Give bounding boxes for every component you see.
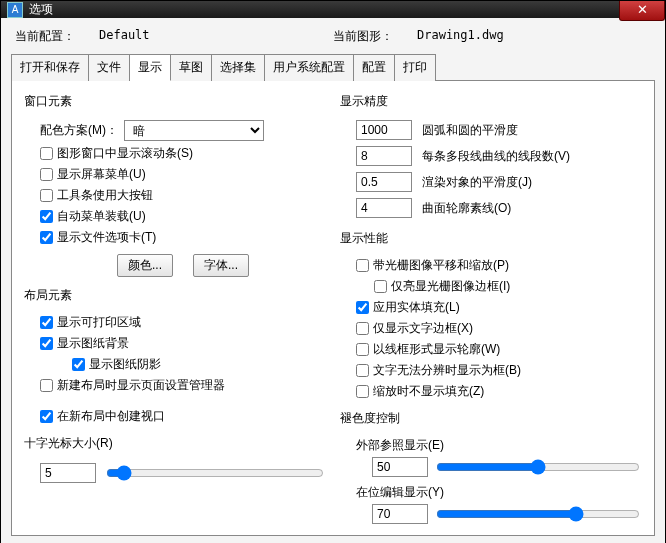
group-precision: 显示精度 <box>340 93 642 110</box>
surface-contour-input[interactable] <box>356 198 412 218</box>
arc-smooth-label: 圆弧和圆的平滑度 <box>422 122 642 139</box>
inplace-fade-slider[interactable] <box>436 505 640 523</box>
chk-scrollbar-label: 图形窗口中显示滚动条(S) <box>57 145 193 162</box>
chk-paper-shadow-label: 显示图纸阴影 <box>89 356 161 373</box>
inplace-fade-label: 在位编辑显示(Y) <box>356 484 642 501</box>
chk-wire-sil[interactable] <box>356 343 369 356</box>
crosshair-slider[interactable] <box>106 464 324 482</box>
chk-raster-pan-label: 带光栅图像平移和缩放(P) <box>373 257 509 274</box>
close-icon[interactable]: ✕ <box>619 1 665 21</box>
chk-show-tabs[interactable] <box>40 231 53 244</box>
current-config-label: 当前配置： <box>15 28 75 45</box>
chk-text-illegible[interactable] <box>356 364 369 377</box>
render-smooth-label: 渲染对象的平滑度(J) <box>422 174 642 191</box>
chk-screen-menu-label: 显示屏幕菜单(U) <box>57 166 146 183</box>
chk-new-layout-mgr[interactable] <box>40 379 53 392</box>
window-title: 选项 <box>29 1 53 18</box>
chk-screen-menu[interactable] <box>40 168 53 181</box>
current-config-value: Default <box>99 28 150 45</box>
chk-auto-menu-label: 自动菜单装载(U) <box>57 208 146 225</box>
tab-user-config[interactable]: 用户系统配置 <box>265 54 354 81</box>
chk-auto-menu[interactable] <box>40 210 53 223</box>
chk-wire-sil-label: 以线框形式显示轮廓(W) <box>373 341 500 358</box>
surface-contour-label: 曲面轮廓素线(O) <box>422 200 642 217</box>
tab-open-save[interactable]: 打开和保存 <box>11 54 89 81</box>
group-window-elements: 窗口元素 <box>24 93 326 110</box>
chk-text-illegible-label: 文字无法分辨时显示为框(B) <box>373 362 521 379</box>
xref-fade-label: 外部参照显示(E) <box>356 437 642 454</box>
chk-zoom-nofill-label: 缩放时不显示填充(Z) <box>373 383 484 400</box>
group-crosshair: 十字光标大小(R) <box>24 435 326 452</box>
config-row: 当前配置： Default 当前图形： Drawing1.dwg <box>11 24 655 53</box>
font-button[interactable]: 字体... <box>193 254 249 277</box>
chk-raster-frame[interactable] <box>374 280 387 293</box>
chk-raster-frame-label: 仅亮显光栅图像边框(I) <box>391 278 510 295</box>
chk-zoom-nofill[interactable] <box>356 385 369 398</box>
chk-solid-fill-label: 应用实体填充(L) <box>373 299 460 316</box>
chk-show-tabs-label: 显示文件选项卡(T) <box>57 229 156 246</box>
current-drawing-value: Drawing1.dwg <box>417 28 504 45</box>
polyline-seg-input[interactable] <box>356 146 412 166</box>
tab-selection[interactable]: 选择集 <box>212 54 265 81</box>
chk-solid-fill[interactable] <box>356 301 369 314</box>
titlebar: A 选项 ✕ <box>1 1 665 18</box>
group-layout-elements: 布局元素 <box>24 287 326 304</box>
crosshair-input[interactable] <box>40 463 96 483</box>
color-scheme-label: 配色方案(M)： <box>40 122 118 139</box>
arc-smooth-input[interactable] <box>356 120 412 140</box>
chk-scrollbar[interactable] <box>40 147 53 160</box>
color-button[interactable]: 颜色... <box>117 254 173 277</box>
color-scheme-select[interactable]: 暗 <box>124 120 264 141</box>
tab-print[interactable]: 打印 <box>395 54 436 81</box>
tab-draft[interactable]: 草图 <box>171 54 212 81</box>
chk-new-layout-mgr-label: 新建布局时显示页面设置管理器 <box>57 377 225 394</box>
tab-display[interactable]: 显示 <box>130 54 171 81</box>
chk-paper-bg-label: 显示图纸背景 <box>57 335 129 352</box>
chk-raster-pan[interactable] <box>356 259 369 272</box>
tab-config[interactable]: 配置 <box>354 54 395 81</box>
chk-new-layout-vp-label: 在新布局中创建视口 <box>57 408 165 425</box>
group-fade: 褪色度控制 <box>340 410 642 427</box>
chk-new-layout-vp[interactable] <box>40 410 53 423</box>
xref-fade-slider[interactable] <box>436 458 640 476</box>
group-performance: 显示性能 <box>340 230 642 247</box>
polyline-seg-label: 每条多段线曲线的线段数(V) <box>422 148 642 165</box>
chk-paper-bg[interactable] <box>40 337 53 350</box>
tabstrip: 打开和保存 文件 显示 草图 选择集 用户系统配置 配置 打印 <box>11 53 655 81</box>
render-smooth-input[interactable] <box>356 172 412 192</box>
chk-text-frame[interactable] <box>356 322 369 335</box>
xref-fade-input[interactable] <box>372 457 428 477</box>
chk-big-buttons-label: 工具条使用大按钮 <box>57 187 153 204</box>
chk-print-area[interactable] <box>40 316 53 329</box>
chk-big-buttons[interactable] <box>40 189 53 202</box>
current-drawing-label: 当前图形： <box>333 28 393 45</box>
chk-print-area-label: 显示可打印区域 <box>57 314 141 331</box>
app-icon: A <box>7 2 23 18</box>
tab-file[interactable]: 文件 <box>89 54 130 81</box>
inplace-fade-input[interactable] <box>372 504 428 524</box>
chk-text-frame-label: 仅显示文字边框(X) <box>373 320 473 337</box>
chk-paper-shadow[interactable] <box>72 358 85 371</box>
